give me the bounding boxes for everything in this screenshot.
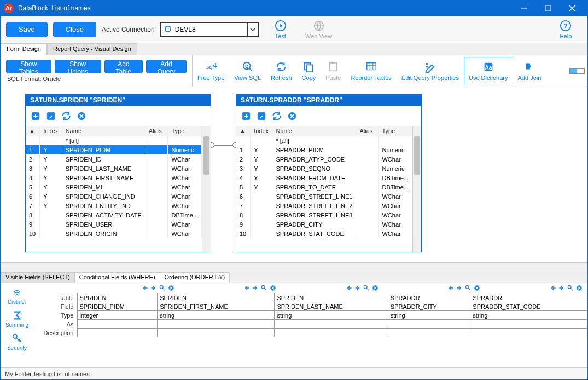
col-sort[interactable]: ▲	[26, 126, 40, 136]
add-field-button[interactable]	[240, 110, 253, 123]
move-left-icon[interactable]	[549, 284, 557, 292]
field-cell[interactable]: string	[158, 311, 275, 320]
field-cell[interactable]	[470, 329, 587, 337]
column-controls[interactable]	[77, 283, 179, 293]
table-row[interactable]: 3YSPRIDEN_LAST_NAMEWChar	[26, 164, 202, 173]
table-row[interactable]: 4YSPRADDR_FROM_DATEDBTime...	[236, 173, 412, 182]
table-row[interactable]: 7YSPRIDEN_ENTITY_INDWChar	[26, 201, 202, 210]
remove-field-icon[interactable]	[269, 284, 277, 292]
move-right-icon[interactable]	[150, 284, 158, 292]
field-cell[interactable]: SPRIDEN_LAST_NAME	[275, 302, 388, 311]
maximize-button[interactable]	[536, 1, 560, 16]
show-tables-button[interactable]: Show Tables	[6, 60, 51, 73]
copy-button[interactable]: Copy	[297, 57, 321, 85]
table-row[interactable]: 9SPRIDEN_USERWChar	[26, 220, 202, 229]
field-cell[interactable]: SPRADDR_CITY	[388, 302, 470, 311]
tab-visible-fields[interactable]: Visible Fields (SELECT)	[1, 272, 75, 283]
field-cell[interactable]: SPRIDEN	[275, 293, 388, 302]
join-line[interactable]	[211, 145, 236, 146]
col-type[interactable]: Type	[379, 126, 412, 136]
table-row[interactable]: 7SPRADDR_STREET_LINE2WChar	[236, 201, 412, 210]
field-cell[interactable]	[388, 329, 470, 337]
edit-query-props-button[interactable]: Edit Query Properties	[397, 57, 464, 85]
connection-select[interactable]: DEVL8	[160, 22, 259, 37]
table-row[interactable]: 3YSPRADDR_SEQNONumeric	[236, 164, 412, 173]
col-type[interactable]: Type	[168, 126, 202, 136]
move-left-icon[interactable]	[243, 284, 251, 292]
field-cell[interactable]: SPRIDEN_FIRST_NAME	[158, 302, 275, 311]
column-controls[interactable]	[281, 283, 383, 293]
move-left-icon[interactable]	[141, 284, 149, 292]
distinct-button[interactable]: Distinct	[8, 286, 26, 305]
table-row[interactable]: 10SPRIDEN_ORIGINWChar	[26, 229, 202, 238]
table-row[interactable]: 6SPRADDR_STREET_LINE1WChar	[236, 192, 412, 201]
field-cell[interactable]	[275, 320, 388, 329]
remove-field-icon[interactable]	[167, 284, 175, 292]
move-right-icon[interactable]	[252, 284, 259, 292]
save-button[interactable]: Save	[6, 22, 48, 37]
remove-table-button[interactable]	[286, 110, 299, 123]
col-alias[interactable]: Alias	[145, 126, 168, 136]
move-right-icon[interactable]	[456, 284, 463, 292]
tab-conditional-fields[interactable]: Conditional Fields (WHERE)	[74, 272, 160, 283]
field-cell[interactable]: integer	[77, 311, 158, 320]
column-controls[interactable]	[179, 283, 282, 293]
field-cell[interactable]: string	[388, 311, 470, 320]
edit-table-button[interactable]	[255, 110, 268, 123]
table-row[interactable]: 10SPRADDR_STAT_CODEWChar	[236, 229, 412, 238]
table-row[interactable]: 2YSPRIDEN_IDWChar	[26, 154, 202, 164]
vertical-scrollbar[interactable]	[412, 126, 421, 252]
config-icon[interactable]	[159, 284, 166, 292]
field-cell[interactable]: string	[470, 311, 587, 320]
table-row[interactable]: 1YSPRADDR_PIDMNumeric	[236, 145, 412, 154]
help-button[interactable]: ? Help	[549, 20, 582, 39]
field-cell[interactable]: SPRADDR_STAT_CODE	[470, 302, 587, 311]
add-table-button[interactable]: Add Table	[104, 60, 143, 73]
field-cell[interactable]: string	[275, 311, 388, 320]
remove-field-icon[interactable]	[575, 284, 583, 292]
col-sort[interactable]: ▲	[236, 126, 251, 136]
horizontal-scrollbar[interactable]	[1, 263, 587, 272]
edit-table-button[interactable]	[44, 110, 57, 123]
field-cell[interactable]: SPRADDR	[388, 293, 470, 302]
refresh-table-button[interactable]	[270, 110, 283, 123]
field-cell[interactable]: SPRADDR	[470, 293, 587, 302]
remove-table-button[interactable]	[75, 110, 88, 123]
config-icon[interactable]	[363, 284, 370, 292]
table-row-all[interactable]: * [all]	[236, 136, 412, 145]
tab-report-query[interactable]: Report Query - Visual Design	[47, 43, 137, 55]
col-name[interactable]: Name	[272, 126, 356, 136]
refresh-table-button[interactable]	[60, 110, 73, 123]
use-dictionary-button[interactable]: AaUse Dictionary	[464, 57, 513, 85]
table-grid[interactable]: ▲ Index Name Alias Type * [all] 1YSPRADD…	[236, 126, 421, 252]
security-button[interactable]: Security	[7, 332, 27, 351]
remove-field-icon[interactable]	[371, 284, 379, 292]
tab-form-design[interactable]: Form Design	[1, 43, 47, 55]
col-alias[interactable]: Alias	[356, 126, 379, 136]
view-toggle[interactable]	[566, 57, 587, 85]
remove-field-icon[interactable]	[473, 284, 481, 292]
refresh-button[interactable]: Refresh	[266, 57, 297, 85]
close-button[interactable]	[560, 1, 584, 16]
table-row[interactable]: 1YSPRIDEN_PIDMNumeric	[26, 145, 202, 154]
column-controls[interactable]	[383, 283, 486, 293]
config-icon[interactable]	[260, 284, 268, 292]
config-icon[interactable]	[464, 284, 472, 292]
tab-ordering[interactable]: Ordering (ORDER BY)	[160, 272, 230, 283]
table-row[interactable]: 6YSPRIDEN_CHANGE_INDWChar	[26, 192, 202, 201]
vertical-scrollbar[interactable]	[202, 126, 211, 252]
field-cell[interactable]	[388, 320, 470, 329]
table-row[interactable]: 9SPRADDR_CITYWChar	[236, 220, 412, 229]
table-row-all[interactable]: * [all]	[26, 136, 202, 145]
field-cell[interactable]	[275, 329, 388, 337]
table-row[interactable]: 4YSPRIDEN_FIRST_NAMEWChar	[26, 173, 202, 182]
field-cell[interactable]	[77, 320, 158, 329]
view-sql-button[interactable]: QView SQL	[229, 57, 266, 85]
move-right-icon[interactable]	[558, 284, 566, 292]
test-button[interactable]: Test	[264, 20, 297, 39]
summing-button[interactable]: Summing	[5, 309, 28, 328]
table-row[interactable]: 5YSPRIDEN_MIWChar	[26, 182, 202, 192]
show-unions-button[interactable]: Show Unions	[55, 60, 101, 73]
field-cell[interactable]	[470, 320, 587, 329]
config-icon[interactable]	[567, 284, 574, 292]
